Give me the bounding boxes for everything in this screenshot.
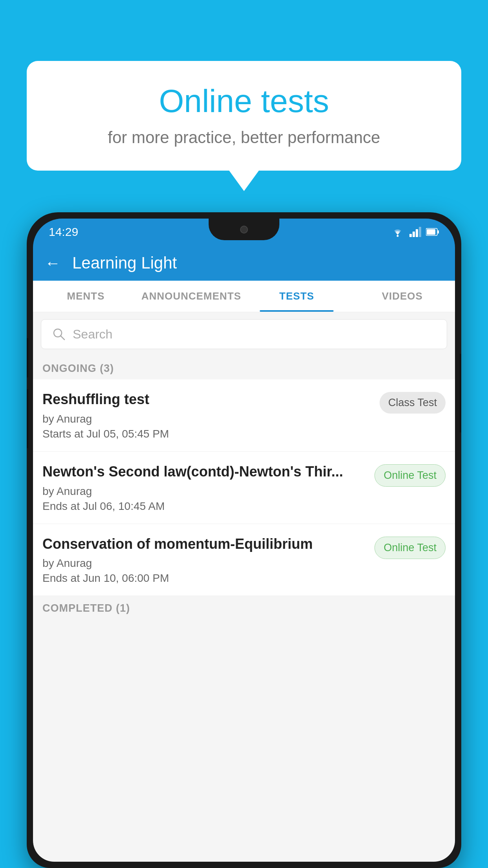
test-name: Newton's Second law(contd)-Newton's Thir… xyxy=(42,463,368,481)
camera xyxy=(240,226,248,234)
status-bar: 14:29 xyxy=(33,219,455,245)
app-title: Learning Light xyxy=(72,254,177,272)
screen-content: Search ONGOING (3) Reshuffling test by A… xyxy=(33,312,455,862)
svg-rect-4 xyxy=(419,227,421,237)
tab-announcements[interactable]: ANNOUNCEMENTS xyxy=(139,281,244,312)
svg-rect-7 xyxy=(438,230,439,234)
app-header: ← Learning Light xyxy=(33,245,455,281)
completed-label: COMPLETED (1) xyxy=(42,602,130,614)
svg-rect-6 xyxy=(427,229,435,235)
test-date: Ends at Jun 10, 06:00 PM xyxy=(42,572,368,585)
bubble-title: Online tests xyxy=(50,83,438,120)
class-test-badge: Class Test xyxy=(380,392,446,414)
test-date: Ends at Jul 06, 10:45 AM xyxy=(42,500,368,513)
tab-bar: MENTS ANNOUNCEMENTS TESTS VIDEOS xyxy=(33,281,455,312)
test-item-reshuffling[interactable]: Reshuffling test by Anurag Starts at Jul… xyxy=(33,379,455,452)
test-by: by Anurag xyxy=(42,557,368,570)
svg-rect-3 xyxy=(416,229,418,237)
phone-frame: 14:29 xyxy=(27,212,461,868)
phone-screen: 14:29 xyxy=(33,219,455,862)
volume-down-button xyxy=(27,389,28,448)
tab-videos[interactable]: VIDEOS xyxy=(350,281,455,312)
test-by: by Anurag xyxy=(42,485,368,498)
test-item-newtons[interactable]: Newton's Second law(contd)-Newton's Thir… xyxy=(33,452,455,524)
test-info: Conservation of momentum-Equilibrium by … xyxy=(42,535,368,585)
svg-rect-2 xyxy=(413,232,415,237)
status-time: 14:29 xyxy=(49,225,78,239)
ongoing-section-header: ONGOING (3) xyxy=(33,356,455,379)
test-info: Reshuffling test by Anurag Starts at Jul… xyxy=(42,390,373,440)
ongoing-label: ONGOING (3) xyxy=(42,362,114,374)
search-bar[interactable]: Search xyxy=(41,319,447,349)
volume-up-button xyxy=(27,338,28,377)
svg-rect-1 xyxy=(409,234,412,237)
test-name: Conservation of momentum-Equilibrium xyxy=(42,535,368,554)
tab-ments[interactable]: MENTS xyxy=(33,281,139,312)
test-by: by Anurag xyxy=(42,413,373,425)
battery-icon xyxy=(426,228,439,236)
svg-point-0 xyxy=(397,235,399,237)
status-icons xyxy=(391,227,439,237)
phone-inner: 14:29 xyxy=(30,215,458,865)
test-item-conservation[interactable]: Conservation of momentum-Equilibrium by … xyxy=(33,524,455,596)
promo-bubble: Online tests for more practice, better p… xyxy=(27,61,461,171)
search-input[interactable]: Search xyxy=(73,327,112,342)
test-name: Reshuffling test xyxy=(42,390,373,409)
test-info: Newton's Second law(contd)-Newton's Thir… xyxy=(42,463,368,513)
test-date: Starts at Jul 05, 05:45 PM xyxy=(42,428,373,440)
online-test-badge-2: Online Test xyxy=(374,537,446,559)
completed-section-header: COMPLETED (1) xyxy=(33,596,455,619)
wifi-icon xyxy=(391,227,405,237)
app-body: Search ONGOING (3) Reshuffling test by A… xyxy=(33,312,455,862)
signal-icon xyxy=(409,227,421,237)
power-button xyxy=(460,354,461,432)
back-button[interactable]: ← xyxy=(45,254,61,272)
svg-line-9 xyxy=(61,336,64,340)
online-test-badge: Online Test xyxy=(374,464,446,487)
tab-tests[interactable]: TESTS xyxy=(244,281,350,312)
search-icon xyxy=(52,327,66,341)
notch xyxy=(209,219,279,240)
bubble-subtitle: for more practice, better performance xyxy=(50,128,438,147)
